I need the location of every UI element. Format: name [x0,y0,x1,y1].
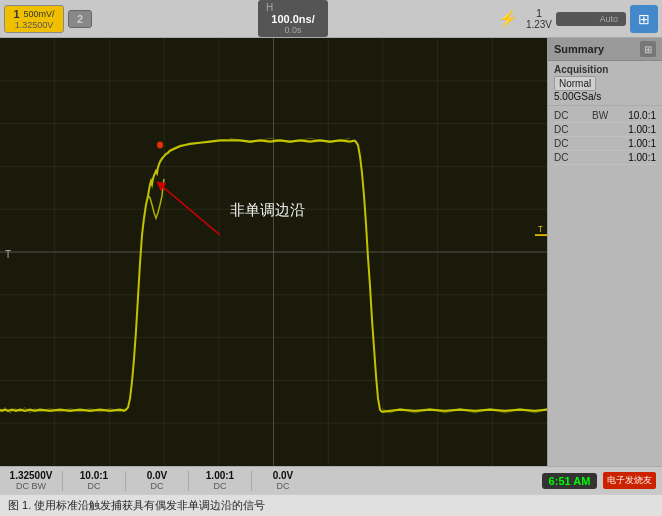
time-label: H [266,2,273,13]
ch3-label: DC [554,138,572,149]
ch2-label: DC [554,124,572,135]
scope-display: T T 非单调边沿 [0,38,547,466]
time-display: 6:51 AM [542,473,597,489]
separator-2 [125,471,126,491]
channel2-button[interactable]: 2 [68,10,92,28]
bottom-label-1: DC BW [16,481,46,491]
bottom-label-5: DC [277,481,290,491]
side-panel-icon[interactable]: ⊞ [640,41,656,57]
bottom-val-4: 1.00:1 [206,470,234,481]
waveform-svg: T T [0,38,547,466]
channels-section: DC BW 10.0:1 DC 1.00:1 DC 1.00:1 DC [548,106,662,168]
caption-text: 图 1. 使用标准沿触发捕获具有偶发非单调边沿的信号 [8,499,265,511]
normal-badge: Normal [554,76,596,91]
svg-line-20 [160,184,220,235]
channel-row-1: DC BW 10.0:1 [554,109,656,123]
acquisition-label: Acquisition [554,64,656,75]
trigger-section: Auto [556,12,626,26]
time-section: H 100.0ns/ 0.0s [258,0,328,37]
side-panel: Summary ⊞ Acquisition Normal 5.00GSa/s D… [547,38,662,466]
bottom-item-2: 10.0:1 DC [69,470,119,491]
ch2-val: 1.00:1 [628,124,656,135]
bottom-item-3: 0.0V DC [132,470,182,491]
time-offset: 0.0s [284,25,301,35]
separator-1 [62,471,63,491]
bottom-bar: 1.32500V DC BW 10.0:1 DC 0.0V DC 1.00:1 … [0,466,662,494]
acquisition-section: Acquisition Normal 5.00GSa/s [548,61,662,106]
acquisition-rate: 5.00GSa/s [554,91,656,102]
caption-bar: 图 1. 使用标准沿触发捕获具有偶发非单调边沿的信号 [0,494,662,516]
channel-row-2: DC 1.00:1 [554,123,656,137]
bottom-item-5: 0.0V DC [258,470,308,491]
top-toolbar: 1 500mV/ 1.32500V 2 H 100.0ns/ 0.0s ⚡ 1 … [0,0,662,38]
side-panel-header: Summary ⊞ [548,38,662,61]
annotation-text: 非单调边沿 [230,201,305,218]
separator-4 [251,471,252,491]
ch1-label: DC [554,110,572,121]
trigger-voltage: 1.23V [526,19,552,30]
svg-text:T: T [5,247,12,260]
svg-point-25 [157,142,163,149]
bottom-val-1: 1.32500V [10,470,53,481]
bottom-val-3: 0.0V [147,470,168,481]
bottom-label-4: DC [214,481,227,491]
separator-3 [188,471,189,491]
bottom-item-1: 1.32500V DC BW [6,470,56,491]
channel-row-4: DC 1.00:1 [554,151,656,165]
main-content: T T 非单调边沿 Summary ⊞ Acquisition [0,38,662,466]
bottom-val-5: 0.0V [273,470,294,481]
screen-button[interactable]: ⊞ [630,5,658,33]
ch4-label: DC [554,152,572,163]
main-container: 1 500mV/ 1.32500V 2 H 100.0ns/ 0.0s ⚡ 1 … [0,0,662,516]
ch1-val: 10.0:1 [628,110,656,121]
channel1-number: 1 [13,8,19,20]
elecfans-logo: 电子发烧友 [603,472,656,489]
trigger-number: 1 [536,7,542,19]
svg-text:T: T [538,223,543,234]
channel1-offset: 1.32500V [15,20,54,30]
lightning-icon: ⚡ [494,9,522,28]
channel1-voltage: 500mV/ [24,9,55,19]
ch4-val: 1.00:1 [628,152,656,163]
bottom-item-4: 1.00:1 DC [195,470,245,491]
channel-row-3: DC 1.00:1 [554,137,656,151]
bottom-label-3: DC [151,481,164,491]
summary-title: Summary [554,43,604,55]
channel1-button[interactable]: 1 500mV/ 1.32500V [4,5,64,33]
channel2-number: 2 [77,13,83,25]
bottom-val-2: 10.0:1 [80,470,108,481]
bottom-label-2: DC [88,481,101,491]
annotation: 非单调边沿 [230,201,305,220]
ch3-val: 1.00:1 [628,138,656,149]
time-value: 100.0ns/ [271,13,314,25]
ch1-type: BW [592,110,608,121]
trigger-mode: Auto [600,14,619,24]
